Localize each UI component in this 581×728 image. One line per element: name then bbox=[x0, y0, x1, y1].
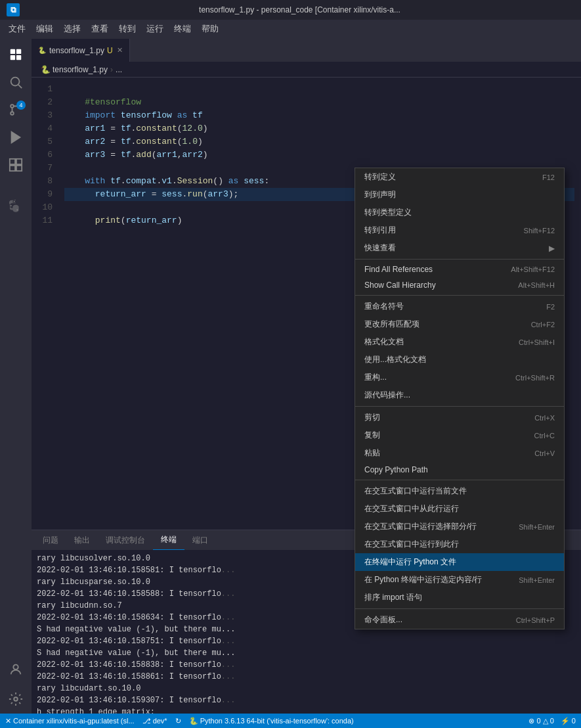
menu-view[interactable]: 查看 bbox=[86, 20, 114, 38]
activity-settings[interactable] bbox=[3, 686, 29, 712]
status-lightning[interactable]: ⚡ 0 bbox=[561, 717, 576, 725]
ctx-command-palette[interactable]: 命令面板...Ctrl+Shift+P bbox=[355, 611, 564, 629]
container-icon: ✕ bbox=[5, 717, 11, 725]
panel-tab-ports[interactable]: 端口 bbox=[184, 530, 216, 550]
activity-bar: 4 bbox=[0, 38, 32, 714]
python-status-icon: 🐍 bbox=[189, 717, 198, 725]
ctx-goto-references[interactable]: 转到引用Shift+F12 bbox=[355, 221, 564, 239]
menu-select[interactable]: 选择 bbox=[58, 20, 86, 38]
window-title: tensorflow_1.py - personal_code [Contain… bbox=[25, 5, 574, 14]
terminal-line: S had negative value (-1), but there mu.… bbox=[37, 647, 576, 659]
activity-extensions[interactable] bbox=[3, 152, 29, 178]
svg-point-16 bbox=[13, 665, 18, 670]
ctx-goto-definition[interactable]: 转到定义F12 bbox=[355, 168, 564, 186]
terminal-line: 2022-02-01 13:46:10.159307: I tensorflo.… bbox=[37, 694, 576, 706]
status-right: ⊗ 0 △ 0 ⚡ 0 bbox=[528, 717, 576, 725]
activity-run[interactable] bbox=[3, 124, 29, 150]
tab-label: tensorflow_1.py bbox=[49, 46, 104, 55]
status-branch-text: dev* bbox=[153, 717, 167, 725]
ctx-format-doc[interactable]: 格式化文档Ctrl+Shift+I bbox=[355, 333, 564, 351]
svg-rect-10 bbox=[10, 159, 15, 164]
menu-help[interactable]: 帮助 bbox=[196, 20, 224, 38]
svg-rect-0 bbox=[11, 49, 15, 54]
source-control-badge: 4 bbox=[16, 101, 26, 110]
ctx-change-all[interactable]: 更改所有匹配项Ctrl+F2 bbox=[355, 315, 564, 333]
ctx-run-python-file[interactable]: 在终端中运行 Python 文件 bbox=[355, 553, 564, 571]
activity-account[interactable] bbox=[3, 656, 29, 683]
ctx-rename[interactable]: 重命名符号F2 bbox=[355, 298, 564, 315]
breadcrumb-file[interactable]: 🐍tensorflow_1.py bbox=[39, 65, 108, 74]
svg-point-14 bbox=[14, 201, 15, 202]
editor-tab-tensorflow[interactable]: 🐍 tensorflow_1.py U ✕ bbox=[32, 39, 130, 62]
breadcrumb-sep: › bbox=[110, 65, 113, 74]
status-python[interactable]: 🐍 Python 3.6.13 64-bit ('vitis-ai-tensor… bbox=[189, 717, 354, 725]
svg-point-15 bbox=[16, 210, 18, 211]
ctx-copy-python-path[interactable]: Copy Python Path bbox=[355, 462, 564, 478]
terminal-line: 2022-02-01 13:46:10.158861: I tensorflo.… bbox=[37, 671, 576, 683]
ctx-cut[interactable]: 剪切Ctrl+X bbox=[355, 409, 564, 426]
menu-run[interactable]: 运行 bbox=[141, 20, 169, 38]
panel-tab-debug[interactable]: 调试控制台 bbox=[98, 530, 153, 550]
svg-line-5 bbox=[18, 85, 22, 88]
ctx-sort-imports[interactable]: 排序 import 语句 bbox=[355, 589, 564, 606]
ctx-goto-type[interactable]: 转到类型定义 bbox=[355, 204, 564, 221]
ctx-peek[interactable]: 快速查看▶ bbox=[355, 239, 564, 257]
svg-rect-13 bbox=[16, 166, 22, 171]
svg-point-6 bbox=[11, 104, 14, 108]
svg-rect-2 bbox=[11, 55, 15, 60]
ctx-run-selection[interactable]: 在交互式窗口中运行选择部分/行Shift+Enter bbox=[355, 518, 564, 535]
ctx-call-hierarchy[interactable]: Show Call HierarchyAlt+Shift+H bbox=[355, 277, 564, 293]
ctx-run-to-line[interactable]: 在交互式窗口中运行到此行 bbox=[355, 535, 564, 553]
svg-point-7 bbox=[11, 112, 14, 115]
ctx-sep-3 bbox=[355, 406, 564, 407]
panel-tab-terminal[interactable]: 终端 bbox=[153, 530, 184, 550]
ctx-run-python-terminal[interactable]: 在 Python 终端中运行选定内容/行Shift+Enter bbox=[355, 571, 564, 589]
menu-file[interactable]: 文件 bbox=[3, 20, 31, 38]
menu-goto[interactable]: 转到 bbox=[114, 20, 141, 38]
status-errors[interactable]: ⊗ 0 △ 0 bbox=[528, 717, 553, 725]
menu-edit[interactable]: 编辑 bbox=[31, 20, 58, 38]
ctx-paste[interactable]: 粘贴Ctrl+V bbox=[355, 444, 564, 462]
status-branch[interactable]: ⎇ dev* bbox=[142, 717, 167, 725]
status-python-text: Python 3.6.13 64-bit ('vitis-ai-tensorfl… bbox=[200, 717, 354, 725]
ctx-copy[interactable]: 复制Ctrl+C bbox=[355, 426, 564, 444]
menu-bar: 文件 编辑 选择 查看 转到 运行 终端 帮助 bbox=[0, 20, 581, 38]
ctx-sep-4 bbox=[355, 480, 564, 480]
ctx-sep-5 bbox=[355, 608, 564, 609]
ctx-run-from-line[interactable]: 在交互式窗口中从此行运行 bbox=[355, 500, 564, 518]
context-menu: 转到定义F12 到到声明 转到类型定义 转到引用Shift+F12 快速查看▶ … bbox=[355, 168, 565, 629]
status-container[interactable]: ✕ Container xilinx/vitis-ai-gpu:latest (… bbox=[5, 717, 135, 725]
ctx-run-in-interactive[interactable]: 在交互式窗口中运行当前文件 bbox=[355, 482, 564, 500]
breadcrumb-symbol[interactable]: ... bbox=[116, 65, 122, 74]
activity-source-control[interactable]: 4 bbox=[3, 97, 29, 123]
tab-close-button[interactable]: ✕ bbox=[117, 46, 123, 55]
ctx-sep-1 bbox=[355, 259, 564, 260]
svg-rect-11 bbox=[16, 159, 22, 164]
panel-tab-problems[interactable]: 问题 bbox=[35, 530, 66, 550]
line-numbers: 1 2 3 4 5 6 7 8 9 10 11 bbox=[32, 78, 58, 530]
activity-search[interactable] bbox=[3, 69, 29, 95]
vscode-icon: ⧉ bbox=[7, 3, 20, 16]
status-container-text: Container xilinx/vitis-ai-gpu:latest (sl… bbox=[13, 717, 135, 725]
ctx-format-with[interactable]: 使用...格式化文档 bbox=[355, 351, 564, 369]
tab-modified: U bbox=[107, 46, 113, 55]
title-bar: ⧉ tensorflow_1.py - personal_code [Conta… bbox=[0, 0, 581, 20]
branch-icon: ⎇ bbox=[142, 717, 151, 725]
activity-python[interactable] bbox=[3, 193, 29, 219]
terminal-line: 2022-02-01 13:46:10.158838: I tensorflo.… bbox=[37, 659, 576, 671]
ctx-find-all-refs[interactable]: Find All ReferencesAlt+Shift+F12 bbox=[355, 262, 564, 277]
ctx-source-action[interactable]: 源代码操作... bbox=[355, 386, 564, 404]
svg-marker-9 bbox=[12, 132, 20, 143]
status-bar: ✕ Container xilinx/vitis-ai-gpu:latest (… bbox=[0, 714, 581, 728]
terminal-line: 2022-02-01 13:46:10.158751: I tensorflo.… bbox=[37, 635, 576, 647]
activity-explorer[interactable] bbox=[3, 41, 29, 68]
menu-terminal[interactable]: 终端 bbox=[169, 20, 196, 38]
ctx-sep-2 bbox=[355, 295, 564, 296]
python-file-icon: 🐍 bbox=[38, 47, 46, 54]
status-sync[interactable]: ↻ bbox=[175, 717, 181, 725]
terminal-line: rary libcudart.so.10.0 bbox=[37, 683, 576, 694]
terminal-line: h strength 1 edge matrix: bbox=[37, 706, 576, 714]
ctx-goto-declaration[interactable]: 到到声明 bbox=[355, 186, 564, 204]
ctx-refactor[interactable]: 重构...Ctrl+Shift+R bbox=[355, 369, 564, 386]
panel-tab-output[interactable]: 输出 bbox=[66, 530, 98, 550]
